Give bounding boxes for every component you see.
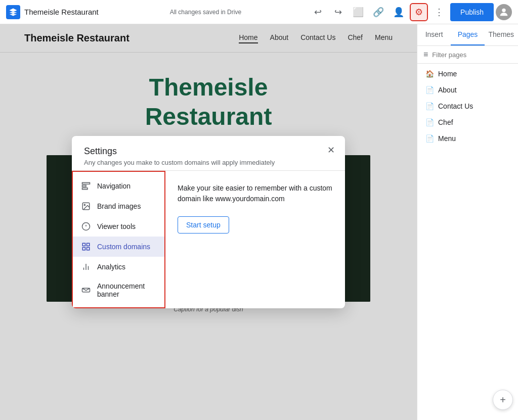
tab-themes[interactable]: Themes (485, 24, 518, 45)
viewer-tools-icon (81, 221, 91, 231)
user-avatar[interactable] (496, 4, 512, 20)
modal-title: Settings (84, 146, 333, 157)
svg-rect-22 (82, 188, 88, 190)
panel-search: ≡ (417, 46, 518, 64)
modal-sidebar: Navigation Brand images (72, 171, 165, 308)
svg-rect-28 (82, 243, 85, 246)
home-icon: 🏠 (425, 70, 434, 78)
svg-point-0 (502, 8, 505, 12)
page-label-menu: Menu (438, 134, 456, 143)
custom-domains-description: Make your site easier to remember with a… (178, 183, 333, 204)
add-page-button[interactable]: + (493, 390, 513, 410)
modal-header: Settings Any changes you make to custom … (72, 136, 345, 171)
svg-rect-30 (82, 248, 85, 250)
link-button[interactable]: 🔗 (369, 3, 387, 21)
page-icon-menu: 📄 (425, 134, 434, 143)
more-button[interactable]: ⋮ (430, 3, 448, 21)
undo-button[interactable]: ↩ (309, 3, 327, 21)
svg-rect-21 (82, 185, 87, 187)
analytics-icon (81, 262, 91, 272)
settings-modal: Settings Any changes you make to custom … (72, 136, 345, 308)
modal-overlay: Settings Any changes you make to custom … (0, 24, 417, 420)
announcement-banner-icon (81, 285, 91, 295)
page-icon-chef: 📄 (425, 118, 434, 126)
page-label-about: About (438, 86, 457, 94)
settings-nav-brand-images-label: Brand images (97, 202, 141, 210)
settings-nav-viewer-tools[interactable]: Viewer tools (73, 216, 164, 237)
svg-point-24 (84, 204, 85, 205)
pages-list: 🏠 Home 📄 About 📄 Contact Us 📄 Chef 📄 Men… (417, 64, 518, 149)
page-item-contact[interactable]: 📄 Contact Us (417, 98, 518, 114)
filter-icon: ≡ (423, 50, 428, 59)
right-panel: Insert Pages Themes ≡ 🏠 Home 📄 About 📄 C… (417, 24, 518, 420)
toolbar-actions: ↩ ↪ ⬜ 🔗 👤 ⚙ ⋮ Publish (309, 3, 512, 21)
publish-button[interactable]: Publish (450, 3, 494, 21)
settings-nav-analytics-label: Analytics (97, 263, 125, 271)
app-logo (6, 5, 20, 19)
page-item-menu[interactable]: 📄 Menu (417, 130, 518, 147)
redo-button[interactable]: ↪ (329, 3, 347, 21)
settings-nav-navigation-label: Navigation (97, 182, 131, 190)
svg-rect-29 (87, 243, 90, 246)
start-setup-button[interactable]: Start setup (178, 216, 229, 234)
svg-rect-20 (82, 182, 90, 184)
panel-tabs: Insert Pages Themes (417, 24, 518, 46)
settings-nav-analytics[interactable]: Analytics (73, 257, 164, 277)
preview-area: Themeisle Restaurant Home About Contact … (0, 24, 417, 420)
tab-pages[interactable]: Pages (451, 24, 484, 45)
custom-domains-icon (81, 242, 91, 252)
page-label-home: Home (438, 70, 457, 78)
modal-subtitle: Any changes you make to custom domains w… (84, 159, 333, 166)
navigation-icon (81, 181, 91, 191)
svg-rect-31 (87, 248, 90, 250)
settings-nav-navigation[interactable]: Navigation (73, 176, 164, 196)
modal-content: Make your site easier to remember with a… (165, 171, 345, 308)
settings-nav-announcement-banner-label: Announcement banner (97, 282, 156, 298)
share-button[interactable]: 👤 (390, 3, 408, 21)
topbar: Themeisle Restaurant All changes saved i… (0, 0, 518, 24)
doc-title: Themeisle Restaurant (24, 8, 99, 16)
settings-nav-custom-domains-label: Custom domains (97, 243, 150, 251)
main-layout: Themeisle Restaurant Home About Contact … (0, 24, 518, 420)
page-label-contact: Contact Us (438, 102, 473, 110)
settings-nav-brand-images[interactable]: Brand images (73, 196, 164, 216)
page-icon-about: 📄 (425, 86, 434, 94)
brand-images-icon (81, 201, 91, 211)
page-item-about[interactable]: 📄 About (417, 82, 518, 98)
settings-nav-viewer-tools-label: Viewer tools (97, 222, 136, 230)
filter-pages-input[interactable] (432, 51, 517, 59)
page-item-home[interactable]: 🏠 Home (417, 66, 518, 82)
settings-nav-custom-domains[interactable]: Custom domains (73, 237, 164, 257)
modal-close-button[interactable]: ✕ (323, 142, 339, 158)
settings-button[interactable]: ⚙ (410, 3, 428, 21)
save-status: All changes saved in Drive (107, 9, 305, 16)
tab-insert[interactable]: Insert (417, 24, 451, 45)
page-item-chef[interactable]: 📄 Chef (417, 114, 518, 130)
page-icon-contact: 📄 (425, 102, 434, 110)
preview-button[interactable]: ⬜ (349, 3, 367, 21)
page-label-chef: Chef (438, 118, 453, 126)
modal-body: Navigation Brand images (72, 171, 345, 308)
settings-nav-announcement-banner[interactable]: Announcement banner (73, 277, 164, 303)
